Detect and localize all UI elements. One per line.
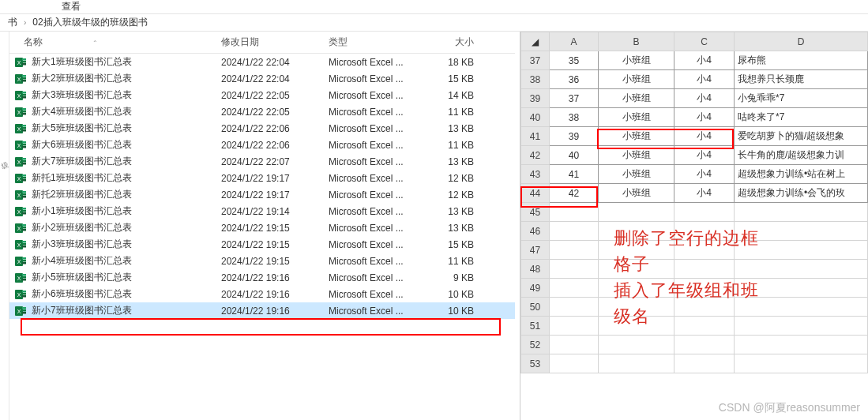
cell[interactable]: [735, 203, 868, 222]
file-row[interactable]: X新托2班班级图书汇总表2024/1/22 19:17Microsoft Exc…: [9, 186, 515, 203]
file-list-header[interactable]: 名称 ⌃ 修改日期 类型 大小: [9, 32, 515, 54]
cell[interactable]: [550, 203, 599, 222]
column-header-name[interactable]: 名称 ⌃: [9, 36, 216, 49]
row-head[interactable]: 38: [521, 70, 550, 89]
file-row[interactable]: X新小5班班级图书汇总表2024/1/22 19:16Microsoft Exc…: [9, 269, 515, 286]
cell[interactable]: 小4: [674, 165, 735, 184]
cell[interactable]: 小4: [674, 127, 735, 146]
cell[interactable]: 小兔乖乖*7: [735, 89, 868, 108]
cell[interactable]: [550, 241, 599, 260]
file-row[interactable]: X新小3班班级图书汇总表2024/1/22 19:15Microsoft Exc…: [9, 236, 515, 253]
row-head[interactable]: 44: [521, 184, 550, 203]
col-head-D[interactable]: D: [735, 32, 868, 51]
cell[interactable]: 36: [550, 70, 599, 89]
file-row[interactable]: X新小7班班级图书汇总表2024/1/22 19:16Microsoft Exc…: [9, 302, 515, 319]
cell[interactable]: 长牛角的鹿/超级想象力训: [735, 146, 868, 165]
cell[interactable]: 小班组: [599, 51, 674, 70]
cell[interactable]: [599, 260, 674, 279]
cell[interactable]: 小班组: [599, 165, 674, 184]
cell[interactable]: 咕咚来了*7: [735, 108, 868, 127]
col-head-C[interactable]: C: [674, 32, 735, 51]
cell[interactable]: 小班组: [599, 127, 674, 146]
row-head[interactable]: 37: [521, 51, 550, 70]
cell[interactable]: [674, 354, 735, 373]
cell[interactable]: 尿布熊: [735, 51, 868, 70]
breadcrumb-seg-1[interactable]: 书: [8, 16, 17, 29]
cell[interactable]: [550, 279, 599, 298]
cell[interactable]: [735, 279, 868, 298]
file-row[interactable]: X新大6班班级图书汇总表2024/1/22 22:06Microsoft Exc…: [9, 137, 515, 153]
cell[interactable]: 小班组: [599, 89, 674, 108]
row-head[interactable]: 50: [521, 298, 550, 317]
row-head[interactable]: 45: [521, 203, 550, 222]
file-row[interactable]: X新大7班班级图书汇总表2024/1/22 22:07Microsoft Exc…: [9, 153, 515, 170]
cell[interactable]: 小4: [674, 70, 735, 89]
cell[interactable]: 爱吃胡萝卜的猫/超级想象: [735, 127, 868, 146]
cell[interactable]: [550, 222, 599, 241]
cell[interactable]: [674, 279, 735, 298]
row-head[interactable]: 49: [521, 279, 550, 298]
cell[interactable]: [674, 203, 735, 222]
row-head[interactable]: 52: [521, 336, 550, 354]
cell[interactable]: 超级想象力训练•站在树上: [735, 165, 868, 184]
cell[interactable]: [735, 298, 868, 317]
select-all-corner[interactable]: ◢: [521, 32, 550, 51]
cell[interactable]: 40: [550, 146, 599, 165]
cell[interactable]: [599, 279, 674, 298]
cell[interactable]: [674, 317, 735, 336]
row-head[interactable]: 41: [521, 127, 550, 146]
cell[interactable]: [674, 241, 735, 260]
file-row[interactable]: X新小2班班级图书汇总表2024/1/22 19:15Microsoft Exc…: [9, 219, 515, 236]
cell[interactable]: [599, 298, 674, 317]
file-row[interactable]: X新大4班班级图书汇总表2024/1/22 22:05Microsoft Exc…: [9, 103, 515, 120]
row-head[interactable]: 53: [521, 354, 550, 373]
cell[interactable]: [550, 260, 599, 279]
cell[interactable]: 小4: [674, 89, 735, 108]
cell[interactable]: 小4: [674, 146, 735, 165]
cell[interactable]: [599, 317, 674, 336]
file-row[interactable]: X新托1班班级图书汇总表2024/1/22 19:17Microsoft Exc…: [9, 170, 515, 186]
file-row[interactable]: X新大1班班级图书汇总表2024/1/22 22:04Microsoft Exc…: [9, 54, 515, 70]
cell[interactable]: 小4: [674, 51, 735, 70]
file-row[interactable]: X新小6班班级图书汇总表2024/1/22 19:16Microsoft Exc…: [9, 286, 515, 302]
cell[interactable]: [735, 354, 868, 373]
row-head[interactable]: 43: [521, 165, 550, 184]
row-head[interactable]: 46: [521, 222, 550, 241]
row-head[interactable]: 42: [521, 146, 550, 165]
cell[interactable]: [550, 354, 599, 373]
cell[interactable]: 37: [550, 89, 599, 108]
file-row[interactable]: X新大2班班级图书汇总表2024/1/22 22:04Microsoft Exc…: [9, 70, 515, 87]
cell[interactable]: [735, 222, 868, 241]
cell[interactable]: [735, 336, 868, 354]
cell[interactable]: [599, 241, 674, 260]
cell[interactable]: [674, 222, 735, 241]
cell[interactable]: 我想养只长颈鹿: [735, 70, 868, 89]
cell[interactable]: 小班组: [599, 184, 674, 203]
cell[interactable]: 35: [550, 51, 599, 70]
cell[interactable]: [674, 298, 735, 317]
cell[interactable]: [599, 354, 674, 373]
cell[interactable]: 小4: [674, 184, 735, 203]
excel-grid[interactable]: ◢ABCD3735小班组小4尿布熊3836小班组小4我想养只长颈鹿3937小班组…: [520, 32, 868, 373]
cell[interactable]: [550, 298, 599, 317]
cell[interactable]: 小班组: [599, 146, 674, 165]
file-row[interactable]: X新大3班班级图书汇总表2024/1/22 22:05Microsoft Exc…: [9, 87, 515, 103]
cell[interactable]: 39: [550, 127, 599, 146]
column-header-type[interactable]: 类型: [324, 36, 419, 49]
cell[interactable]: 小4: [674, 108, 735, 127]
menu-view[interactable]: 查看: [62, 0, 81, 13]
row-head[interactable]: 47: [521, 241, 550, 260]
file-row[interactable]: X新小1班班级图书汇总表2024/1/22 19:14Microsoft Exc…: [9, 203, 515, 219]
row-head[interactable]: 48: [521, 260, 550, 279]
file-row[interactable]: X新小4班班级图书汇总表2024/1/22 19:15Microsoft Exc…: [9, 253, 515, 269]
breadcrumb[interactable]: 书 › 02插入班级年级的班级图书: [0, 14, 868, 32]
cell[interactable]: [599, 222, 674, 241]
cell[interactable]: [735, 260, 868, 279]
cell[interactable]: 41: [550, 165, 599, 184]
cell[interactable]: [674, 260, 735, 279]
col-head-B[interactable]: B: [599, 32, 674, 51]
row-head[interactable]: 39: [521, 89, 550, 108]
cell[interactable]: 小班组: [599, 108, 674, 127]
cell[interactable]: 38: [550, 108, 599, 127]
cell[interactable]: 42: [550, 184, 599, 203]
